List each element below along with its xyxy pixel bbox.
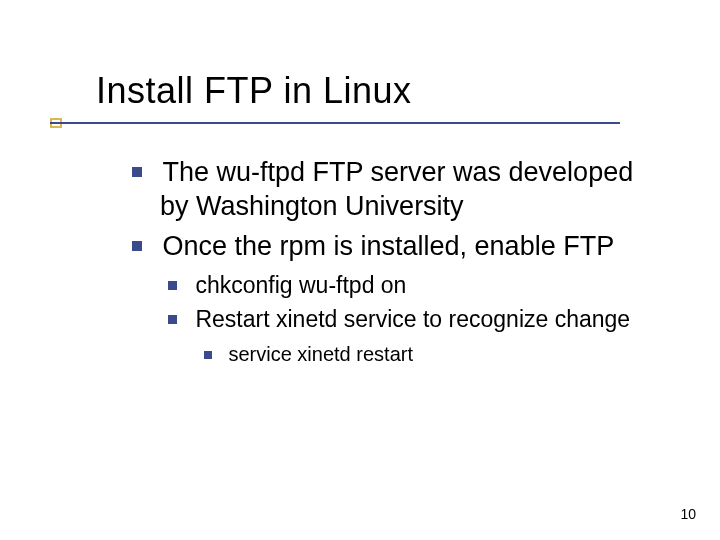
bullet-text: Restart xinetd service to recognize chan… (195, 306, 630, 332)
bullet-lvl1: The wu-ftpd FTP server was developed by … (132, 156, 656, 224)
bullet-text: chkconfig wu-ftpd on (195, 272, 406, 298)
lvl3-list: service xinetd restart (204, 341, 656, 367)
square-bullet-icon (204, 351, 212, 359)
square-bullet-icon (132, 167, 142, 177)
bullet-lvl3: service xinetd restart (204, 341, 656, 367)
bullet-text: The wu-ftpd FTP server was developed by … (160, 157, 633, 221)
square-bullet-icon (168, 281, 177, 290)
title-underline (50, 122, 620, 124)
slide-title: Install FTP in Linux (96, 70, 411, 111)
title-wrap: Install FTP in Linux (96, 70, 680, 112)
bullet-lvl2: Restart xinetd service to recognize chan… (168, 305, 656, 335)
square-bullet-icon (132, 241, 142, 251)
bullet-lvl1: Once the rpm is installed, enable FTP (132, 230, 656, 264)
page-number: 10 (680, 506, 696, 522)
bullet-text: Once the rpm is installed, enable FTP (162, 231, 614, 261)
bullet-text: service xinetd restart (228, 343, 413, 365)
bullet-lvl2: chkconfig wu-ftpd on (168, 271, 656, 301)
content-area: The wu-ftpd FTP server was developed by … (132, 156, 656, 367)
slide: Install FTP in Linux The wu-ftpd FTP ser… (0, 0, 720, 540)
square-bullet-icon (168, 315, 177, 324)
lvl2-list: chkconfig wu-ftpd on Restart xinetd serv… (168, 271, 656, 367)
